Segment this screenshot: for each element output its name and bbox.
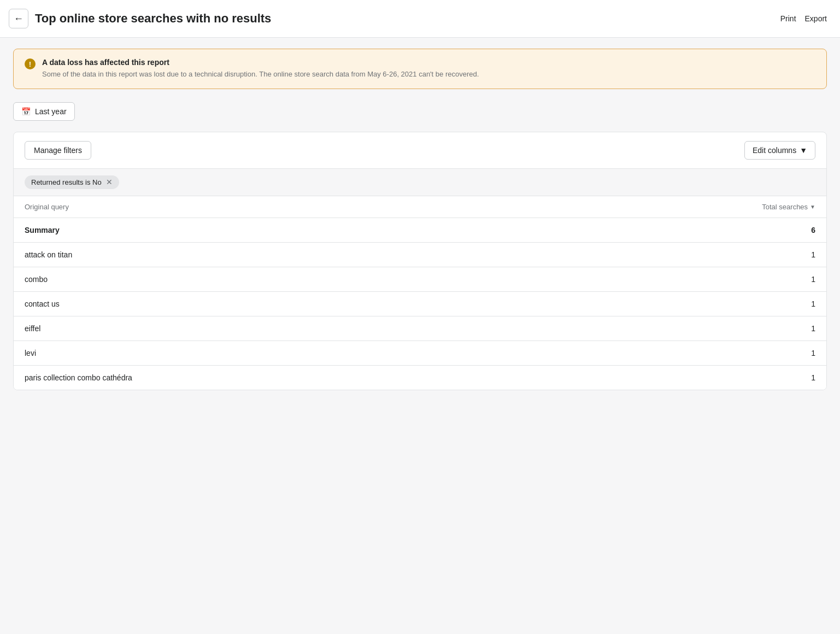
table-row: contact us 1 — [14, 291, 826, 316]
summary-label: Summary — [14, 218, 527, 242]
warning-icon: ! — [25, 58, 36, 69]
edit-columns-label: Edit columns — [753, 146, 796, 155]
total-searches-sort[interactable]: Total searches ▼ — [762, 203, 815, 211]
count-cell: 1 — [527, 365, 826, 390]
count-cell: 1 — [527, 341, 826, 365]
count-cell: 1 — [527, 291, 826, 316]
table-row: eiffel 1 — [14, 316, 826, 341]
query-cell: contact us — [14, 291, 527, 316]
sort-icon: ▼ — [810, 204, 815, 210]
alert-content: A data loss has affected this report Som… — [42, 58, 479, 80]
table-row: paris collection combo cathédra 1 — [14, 365, 826, 390]
header: ← Top online store searches with no resu… — [0, 0, 840, 38]
col-header-query: Original query — [14, 196, 527, 218]
alert-banner: ! A data loss has affected this report S… — [13, 49, 827, 89]
print-button[interactable]: Print — [780, 14, 796, 23]
query-cell: attack on titan — [14, 242, 527, 267]
chevron-down-icon: ▼ — [800, 146, 807, 155]
summary-row: Summary 6 — [14, 218, 826, 242]
report-card: Manage filters Edit columns ▼ Returned r… — [13, 132, 827, 390]
query-cell: paris collection combo cathédra — [14, 365, 527, 390]
export-button[interactable]: Export — [805, 14, 827, 23]
filter-tag-0: Returned results is No ✕ — [25, 175, 119, 189]
toolbar: Manage filters Edit columns ▼ — [14, 132, 826, 169]
page-wrapper: ← Top online store searches with no resu… — [0, 0, 840, 401]
header-left: ← Top online store searches with no resu… — [9, 9, 271, 28]
alert-body: Some of the data in this report was lost… — [42, 69, 479, 80]
query-cell: levi — [14, 341, 527, 365]
main-content: ! A data loss has affected this report S… — [0, 38, 840, 401]
table-row: combo 1 — [14, 267, 826, 291]
data-table: Original query Total searches ▼ Summary — [14, 196, 826, 390]
header-actions: Print Export — [780, 14, 827, 23]
query-cell: combo — [14, 267, 527, 291]
col-header-total-searches: Total searches ▼ — [527, 196, 826, 218]
query-cell: eiffel — [14, 316, 527, 341]
count-cell: 1 — [527, 267, 826, 291]
date-filter-button[interactable]: 📅 Last year — [13, 102, 75, 121]
back-button[interactable]: ← — [9, 9, 28, 28]
manage-filters-button[interactable]: Manage filters — [25, 141, 91, 160]
edit-columns-button[interactable]: Edit columns ▼ — [744, 141, 815, 160]
summary-total: 6 — [527, 218, 826, 242]
alert-title: A data loss has affected this report — [42, 58, 479, 67]
filter-tag-label: Returned results is No — [31, 178, 102, 186]
active-filters-row: Returned results is No ✕ — [14, 169, 826, 196]
table-header-row: Original query Total searches ▼ — [14, 196, 826, 218]
count-cell: 1 — [527, 316, 826, 341]
table-row: attack on titan 1 — [14, 242, 826, 267]
date-filter-row: 📅 Last year — [13, 102, 827, 121]
page-title: Top online store searches with no result… — [35, 11, 271, 26]
filter-tag-remove-button[interactable]: ✕ — [106, 178, 113, 186]
count-cell: 1 — [527, 242, 826, 267]
table-row: levi 1 — [14, 341, 826, 365]
date-filter-label: Last year — [35, 107, 67, 116]
calendar-icon: 📅 — [21, 107, 31, 116]
